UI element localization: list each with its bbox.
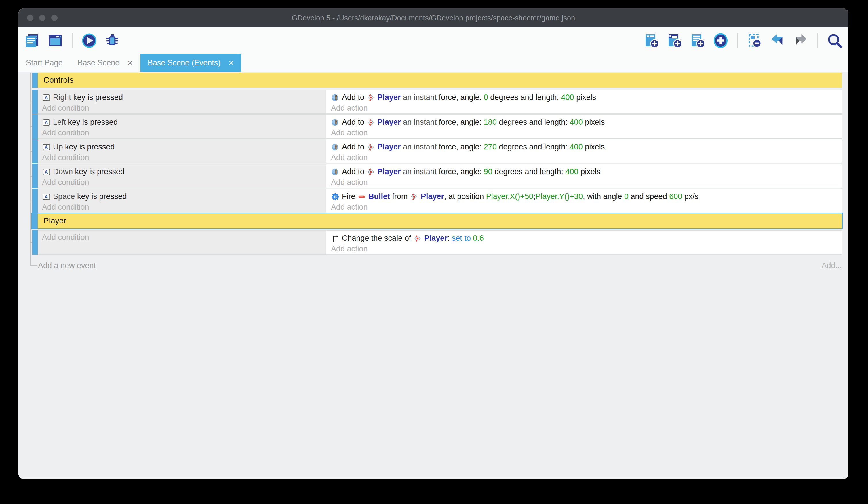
titlebar: GDevelop 5 - /Users/dkarakay/Documents/G… <box>18 8 848 27</box>
condition-line[interactable]: ARight key is pressed <box>42 92 323 103</box>
action-line[interactable]: Add to Player an instant force, angle: 1… <box>331 117 838 128</box>
scene-window-icon[interactable] <box>47 32 63 49</box>
text-segment: Space <box>53 192 77 201</box>
group-label: Player <box>38 213 842 228</box>
condition-line[interactable]: ALeft key is pressed <box>42 117 323 128</box>
add-condition-button[interactable]: Add condition <box>42 232 323 242</box>
action-line[interactable]: Add to Player an instant force, angle: 9… <box>331 166 838 178</box>
event-rows: ControlsARight key is pressedAdd conditi… <box>32 73 842 271</box>
add-condition-button[interactable]: Add condition <box>42 103 323 113</box>
add-comment-icon[interactable] <box>690 32 706 49</box>
event-row[interactable]: ALeft key is pressedAdd conditionAdd to … <box>32 114 842 139</box>
redo-icon[interactable] <box>793 32 809 49</box>
condition-line[interactable]: AUp key is pressed <box>42 141 323 153</box>
action-line[interactable]: GFire Bullet from Player, at position Pl… <box>331 191 838 202</box>
events-sheet: ControlsARight key is pressedAdd conditi… <box>18 72 848 479</box>
toolbar-divider <box>72 33 73 48</box>
action-line[interactable]: Add to Player an instant force, angle: 2… <box>331 141 838 153</box>
play-icon[interactable] <box>81 32 97 49</box>
text-segment: 0.6 <box>473 234 484 242</box>
add-circle-icon[interactable] <box>713 32 729 49</box>
add-action-button[interactable]: Add action <box>331 244 838 254</box>
actions-cell[interactable]: Add to Player an instant force, angle: 0… <box>327 90 841 113</box>
event-row[interactable]: ADown key is pressedAdd conditionAdd to … <box>32 164 842 188</box>
fire-icon: G <box>331 192 340 201</box>
text-segment: force, angle: <box>439 143 484 151</box>
add-action-button[interactable]: Add action <box>331 153 838 162</box>
condition-line[interactable]: ADown key is pressed <box>42 166 323 178</box>
conditions-cell[interactable]: ALeft key is pressedAdd condition <box>38 115 327 138</box>
event-color-strip <box>32 189 38 213</box>
search-icon[interactable] <box>827 32 843 49</box>
action-line[interactable]: Change the scale of Player: set to 0.6 <box>331 232 838 244</box>
add-condition-button[interactable]: Add condition <box>42 128 323 138</box>
add-event-icon[interactable] <box>643 32 660 49</box>
text-segment: degrees and length: <box>493 167 566 176</box>
event-color-strip <box>32 164 38 188</box>
event-row-body: ALeft key is pressedAdd conditionAdd to … <box>38 114 842 139</box>
minimize-window-button[interactable] <box>39 15 45 21</box>
actions-cell[interactable]: Add to Player an instant force, angle: 9… <box>327 164 841 188</box>
text-segment: key is pressed <box>68 118 118 127</box>
text-segment: 400 <box>570 118 583 127</box>
text-segment: pixels <box>583 118 605 127</box>
conditions-cell[interactable]: Add condition <box>38 231 327 254</box>
text-segment: and speed <box>629 192 669 201</box>
event-row[interactable]: ARight key is pressedAdd conditionAdd to… <box>32 90 842 114</box>
event-color-strip <box>32 139 38 163</box>
add-action-button[interactable]: Add action <box>331 202 838 212</box>
project-manager-icon[interactable] <box>24 32 40 49</box>
keyboard-key-icon: A <box>42 93 51 102</box>
tab-close-icon[interactable]: × <box>127 59 133 67</box>
action-line[interactable]: Add to Player an instant force, angle: 0… <box>331 92 838 103</box>
text-segment: from <box>390 192 410 201</box>
text-segment: ; <box>533 192 536 201</box>
conditions-cell[interactable]: ASpace key is pressedAdd condition <box>38 189 327 213</box>
text-segment: Fire <box>342 192 358 201</box>
event-group-player[interactable]: Player <box>32 213 842 228</box>
zoom-window-button[interactable] <box>51 15 58 21</box>
condition-line[interactable]: ASpace key is pressed <box>42 191 323 202</box>
text-segment: force, angle: <box>439 167 484 176</box>
text-segment: key is pressed <box>75 167 125 176</box>
delete-event-icon[interactable] <box>746 32 763 49</box>
event-row[interactable]: ASpace key is pressedAdd conditionGFire … <box>32 189 842 213</box>
text-segment: Down <box>53 167 75 176</box>
actions-cell[interactable]: Add to Player an instant force, angle: 1… <box>327 115 841 138</box>
text-segment: 270 <box>484 143 497 151</box>
add-condition-button[interactable]: Add condition <box>42 178 323 187</box>
add-condition-button[interactable]: Add condition <box>42 153 323 162</box>
tab-base-scene[interactable]: Base Scene× <box>70 54 140 72</box>
actions-cell[interactable]: GFire Bullet from Player, at position Pl… <box>327 189 841 213</box>
player-ship-icon <box>413 234 422 243</box>
debug-icon[interactable] <box>104 32 120 49</box>
close-window-button[interactable] <box>27 15 33 21</box>
tab-close-icon[interactable]: × <box>228 59 234 67</box>
actions-cell[interactable]: Add to Player an instant force, angle: 2… <box>327 139 841 163</box>
keyboard-key-icon: A <box>42 143 51 151</box>
player-ship-icon <box>366 143 375 151</box>
tab-start-page[interactable]: Start Page <box>18 54 70 72</box>
add-condition-button[interactable]: Add condition <box>42 202 323 212</box>
svg-text:A: A <box>45 170 48 174</box>
event-row[interactable]: Add conditionChange the scale of Player:… <box>32 230 842 255</box>
add-more-button[interactable]: Add... <box>822 261 842 270</box>
tab-base-scene-events[interactable]: Base Scene (Events)× <box>140 54 241 72</box>
conditions-cell[interactable]: AUp key is pressedAdd condition <box>38 139 327 163</box>
actions-cell[interactable]: Change the scale of Player: set to 0.6Ad… <box>327 231 841 254</box>
conditions-cell[interactable]: ADown key is pressedAdd condition <box>38 164 327 188</box>
toolbar-right-group <box>643 32 843 49</box>
event-row[interactable]: AUp key is pressedAdd conditionAdd to Pl… <box>32 139 842 163</box>
add-subevent-icon[interactable] <box>666 32 683 49</box>
add-action-button[interactable]: Add action <box>331 178 838 187</box>
add-new-event-button[interactable]: Add a new event <box>38 261 96 270</box>
add-action-button[interactable]: Add action <box>331 128 838 138</box>
conditions-cell[interactable]: ARight key is pressedAdd condition <box>38 90 327 113</box>
text-segment: pixels <box>574 93 596 102</box>
toolbar-divider <box>817 33 818 48</box>
add-action-button[interactable]: Add action <box>331 103 838 113</box>
event-group-controls[interactable]: Controls <box>32 73 842 88</box>
keyboard-key-icon: A <box>42 118 51 127</box>
force-icon <box>331 143 340 151</box>
undo-icon[interactable] <box>769 32 786 49</box>
